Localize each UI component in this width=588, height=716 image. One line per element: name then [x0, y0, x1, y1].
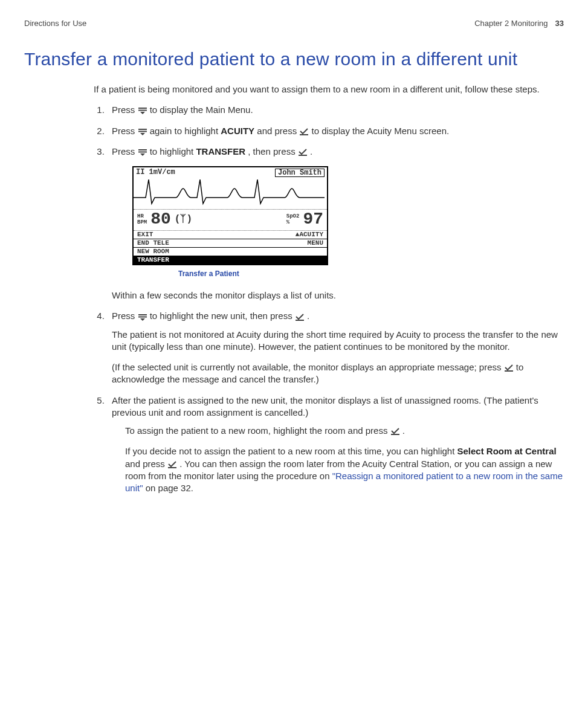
check-select-icon	[504, 364, 514, 372]
text: Press	[112, 146, 138, 156]
body-column: If a patient is being monitored and you …	[94, 83, 564, 494]
svg-marker-13	[140, 318, 145, 321]
menu-transfer: TRANSFER	[137, 257, 169, 263]
text: again to highlight	[150, 126, 221, 136]
down-arrow-icon	[138, 149, 147, 156]
step-3: Press to highlight TRANSFER , then press…	[107, 146, 564, 302]
step-4-p2: (If the selected unit is currently not a…	[112, 361, 564, 386]
transfer-bold: TRANSFER	[196, 146, 245, 156]
step-3-after: Within a few seconds the monitor display…	[112, 289, 564, 302]
select-room-bold: Select Room at Central	[457, 446, 557, 456]
page-header: Directions for Use Chapter 2 Monitoring …	[24, 18, 564, 29]
antenna-icon: (ᛉ)	[175, 214, 192, 224]
svg-rect-10	[299, 155, 307, 156]
figure-caption: Transfer a Patient	[178, 269, 564, 279]
svg-rect-16	[391, 434, 399, 435]
step-1: Press to display the Main Menu.	[107, 104, 564, 116]
text: If you decide not to assign the patient …	[125, 446, 457, 456]
steps-list: Press to display the Main Menu. Press ag…	[94, 104, 564, 494]
spo2-pct-label: %	[286, 219, 300, 225]
hr-value: 80	[150, 211, 171, 228]
hr-label: HR	[137, 213, 147, 219]
menu-acuity-line2: MENU	[308, 240, 323, 247]
bpm-label: BPM	[137, 219, 147, 225]
svg-rect-8	[138, 151, 147, 152]
menu-rows: EXIT ▲ACUITY END TELE MENU NEW ROOM T	[134, 231, 327, 264]
text: to highlight the new unit, then press	[150, 311, 295, 321]
text: (If the selected unit is currently not a…	[112, 362, 504, 372]
step-5-sub1: To assign the patient to a new room, hig…	[125, 425, 564, 437]
check-select-icon	[390, 428, 400, 435]
text: to highlight	[150, 146, 196, 156]
check-select-icon	[295, 314, 305, 321]
step-5-sub2: If you decide not to assign the patient …	[125, 445, 564, 494]
menu-exit: EXIT	[137, 231, 153, 238]
svg-rect-4	[138, 131, 147, 132]
svg-rect-0	[138, 108, 147, 109]
ecg-waveform-icon	[134, 173, 325, 208]
down-arrow-icon	[138, 128, 147, 135]
header-left: Directions for Use	[24, 18, 86, 29]
check-select-icon	[298, 149, 308, 156]
acuity-bold: ACUITY	[221, 126, 254, 136]
down-arrow-icon	[138, 107, 147, 114]
header-page-number: 33	[555, 18, 564, 29]
lead-label: II 1mV/cm	[136, 169, 175, 176]
spo2-value: 97	[303, 211, 323, 228]
text: To assign the patient to a new room, hig…	[125, 425, 390, 436]
monitor-screenshot: II 1mV/cm John Smith HR BPM 80	[132, 166, 564, 265]
text: .	[402, 425, 405, 436]
down-arrow-icon	[138, 314, 147, 321]
svg-rect-7	[138, 149, 147, 150]
section-title: Transfer a monitored patient to a new ro…	[24, 47, 564, 72]
step-5-intro: After the patient is assigned to the new…	[112, 395, 564, 419]
check-select-icon	[299, 128, 309, 135]
header-chapter: Chapter 2 Monitoring	[474, 18, 548, 29]
vitals-row: HR BPM 80 (ᛉ) SpO2 % 97	[134, 210, 327, 231]
step-4: Press to highlight the new unit, then pr…	[107, 310, 564, 385]
text: Press	[112, 311, 138, 321]
text: .	[307, 311, 309, 321]
svg-rect-6	[300, 134, 308, 135]
step-5: After the patient is assigned to the new…	[107, 395, 564, 495]
svg-rect-1	[138, 110, 147, 111]
svg-rect-12	[138, 316, 147, 317]
svg-marker-9	[140, 153, 145, 156]
text: on page 32.	[146, 483, 193, 493]
svg-marker-5	[140, 133, 145, 135]
intro-paragraph: If a patient is being monitored and you …	[94, 83, 564, 95]
text: , then press	[248, 146, 298, 156]
patient-name: John Smith	[275, 169, 325, 177]
text: Press	[112, 105, 138, 115]
text: to display the Main Menu.	[150, 105, 253, 115]
svg-rect-11	[138, 314, 147, 315]
svg-rect-15	[505, 370, 513, 372]
monitor-screen: II 1mV/cm John Smith HR BPM 80	[132, 166, 328, 265]
svg-rect-14	[296, 320, 304, 321]
spo2-label: SpO2	[286, 213, 300, 219]
svg-rect-3	[138, 129, 147, 130]
text: to display the Acuity Menu screen.	[312, 126, 450, 136]
text: and press	[257, 126, 299, 136]
text: and press	[125, 459, 167, 469]
menu-new-room: NEW ROOM	[137, 248, 169, 255]
text: Press	[112, 126, 138, 136]
menu-end-tele: END TELE	[137, 240, 169, 247]
menu-acuity-line1: ▲ACUITY	[296, 231, 323, 238]
ecg-strip: II 1mV/cm John Smith	[134, 167, 327, 210]
step-2: Press again to highlight ACUITY and pres…	[107, 125, 564, 137]
step-4-p1: The patient is not monitored at Acuity d…	[112, 329, 564, 353]
svg-rect-17	[168, 467, 176, 468]
check-select-icon	[167, 461, 177, 468]
svg-marker-2	[140, 112, 145, 114]
text: .	[310, 146, 312, 156]
